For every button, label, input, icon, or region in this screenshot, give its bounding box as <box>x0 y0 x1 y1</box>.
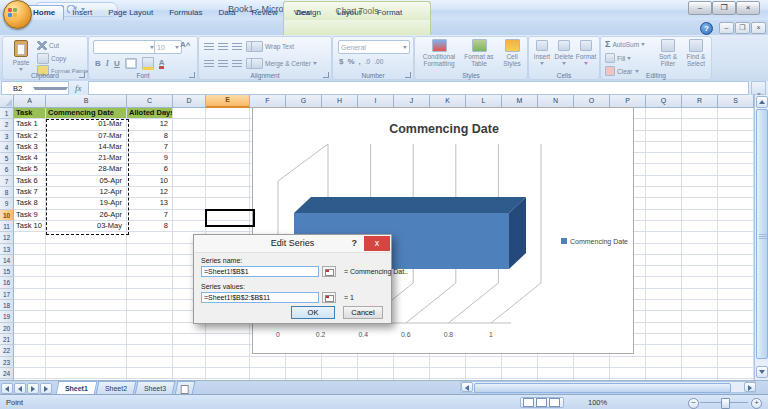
column-header-B[interactable]: B <box>46 95 127 108</box>
cell-Q18[interactable] <box>646 300 682 311</box>
row-header-14[interactable]: 14 <box>0 255 14 266</box>
clipboard-dialog-launcher-icon[interactable] <box>79 72 85 78</box>
cell-R14[interactable] <box>682 255 718 266</box>
cell-B1[interactable]: Commencing Date <box>46 108 127 119</box>
cell-D6[interactable] <box>173 164 206 175</box>
cell-C8[interactable]: 12 <box>127 187 173 198</box>
cell-D2[interactable] <box>173 119 206 130</box>
help-icon[interactable]: ? <box>700 22 713 35</box>
cell-S18[interactable] <box>718 300 754 311</box>
cell-R2[interactable] <box>682 119 718 130</box>
column-header-E[interactable]: E <box>206 95 250 108</box>
cell-E1[interactable] <box>206 108 250 119</box>
insert-cells-button[interactable]: Insert <box>532 40 552 65</box>
cell-E24[interactable] <box>206 368 250 379</box>
minimize-button[interactable]: – <box>688 1 712 15</box>
cell-R17[interactable] <box>682 289 718 300</box>
align-center-icon[interactable] <box>218 60 228 68</box>
find-select-button[interactable]: Find & Select <box>683 39 709 67</box>
cell-Q12[interactable] <box>646 232 682 243</box>
workbook-minimize-button[interactable]: – <box>719 22 734 34</box>
cell-S3[interactable] <box>718 131 754 142</box>
row-header-9[interactable]: 9 <box>0 198 14 209</box>
horizontal-scroll-thumb[interactable] <box>474 383 731 393</box>
cell-S23[interactable] <box>718 357 754 368</box>
cell-R13[interactable] <box>682 244 718 255</box>
cell-R11[interactable] <box>682 221 718 232</box>
cell-A11[interactable]: Task 10 <box>14 221 46 232</box>
row-header-3[interactable]: 3 <box>0 131 14 142</box>
dialog-close-icon[interactable]: x <box>364 236 390 251</box>
insert-worksheet-icon[interactable] <box>175 381 196 395</box>
cell-C7[interactable]: 10 <box>127 176 173 187</box>
cell-A24[interactable] <box>14 368 46 379</box>
workbook-restore-button[interactable]: ❒ <box>735 22 750 34</box>
series-values-input[interactable]: =Sheet1!$B$2:$B$11 <box>201 292 319 303</box>
cell-Q20[interactable] <box>646 323 682 334</box>
cell-R21[interactable] <box>682 334 718 345</box>
tab-review[interactable]: Review <box>243 6 285 20</box>
cell-C13[interactable] <box>127 244 173 255</box>
cell-E5[interactable] <box>206 153 250 164</box>
column-header-R[interactable]: R <box>682 95 718 108</box>
row-header-12[interactable]: 12 <box>0 232 14 243</box>
cell-D20[interactable] <box>173 323 206 334</box>
cell-A3[interactable]: Task 2 <box>14 131 46 142</box>
tab-format[interactable]: Format <box>369 6 410 20</box>
zoom-thumb[interactable] <box>721 398 730 409</box>
cell-R24[interactable] <box>682 368 718 379</box>
cell-B22[interactable] <box>46 345 127 356</box>
insert-function-icon[interactable]: fx <box>75 83 82 93</box>
cell-P24[interactable] <box>610 368 646 379</box>
cell-S9[interactable] <box>718 198 754 209</box>
cell-R4[interactable] <box>682 142 718 153</box>
cell-H23[interactable] <box>322 357 358 368</box>
cell-D4[interactable] <box>173 142 206 153</box>
cancel-button[interactable]: Cancel <box>343 306 383 319</box>
cell-Q17[interactable] <box>646 289 682 300</box>
cell-C22[interactable] <box>127 345 173 356</box>
cell-B13[interactable] <box>46 244 127 255</box>
column-header-C[interactable]: C <box>127 95 173 108</box>
cell-K24[interactable] <box>430 368 466 379</box>
cell-R5[interactable] <box>682 153 718 164</box>
number-dialog-launcher-icon[interactable] <box>405 72 411 78</box>
cell-A14[interactable] <box>14 255 46 266</box>
row-header-4[interactable]: 4 <box>0 142 14 153</box>
bold-button[interactable]: B <box>95 59 101 68</box>
align-right-icon[interactable] <box>232 60 242 68</box>
cell-R22[interactable] <box>682 345 718 356</box>
cell-R1[interactable] <box>682 108 718 119</box>
cell-D5[interactable] <box>173 153 206 164</box>
cell-E2[interactable] <box>206 119 250 130</box>
cell-E8[interactable] <box>206 187 250 198</box>
percent-format-icon[interactable]: % <box>347 57 354 66</box>
series-name-range-picker-icon[interactable] <box>322 266 336 277</box>
cell-C20[interactable] <box>127 323 173 334</box>
row-header-24[interactable]: 24 <box>0 368 14 379</box>
tab-design[interactable]: Design <box>288 6 329 20</box>
fill-button[interactable]: Fill <box>605 53 631 63</box>
cell-S20[interactable] <box>718 323 754 334</box>
conditional-formatting-button[interactable]: Conditional Formatting <box>419 39 459 67</box>
row-header-17[interactable]: 17 <box>0 289 14 300</box>
cell-L23[interactable] <box>466 357 502 368</box>
cell-B15[interactable] <box>46 266 127 277</box>
dialog-help-icon[interactable]: ? <box>352 238 358 248</box>
vertical-scrollbar[interactable] <box>754 95 768 380</box>
cell-R7[interactable] <box>682 176 718 187</box>
cell-S24[interactable] <box>718 368 754 379</box>
cell-D21[interactable] <box>173 334 206 345</box>
cell-A15[interactable] <box>14 266 46 277</box>
cell-B24[interactable] <box>46 368 127 379</box>
row-header-5[interactable]: 5 <box>0 153 14 164</box>
cell-styles-button[interactable]: Cell Styles <box>499 39 525 67</box>
cell-R18[interactable] <box>682 300 718 311</box>
scroll-right-icon[interactable] <box>744 382 756 392</box>
sheet-tab-sheet2[interactable]: Sheet2 <box>95 381 136 395</box>
cell-B23[interactable] <box>46 357 127 368</box>
cell-A23[interactable] <box>14 357 46 368</box>
cell-Q10[interactable] <box>646 210 682 221</box>
row-header-21[interactable]: 21 <box>0 334 14 345</box>
cell-C21[interactable] <box>127 334 173 345</box>
